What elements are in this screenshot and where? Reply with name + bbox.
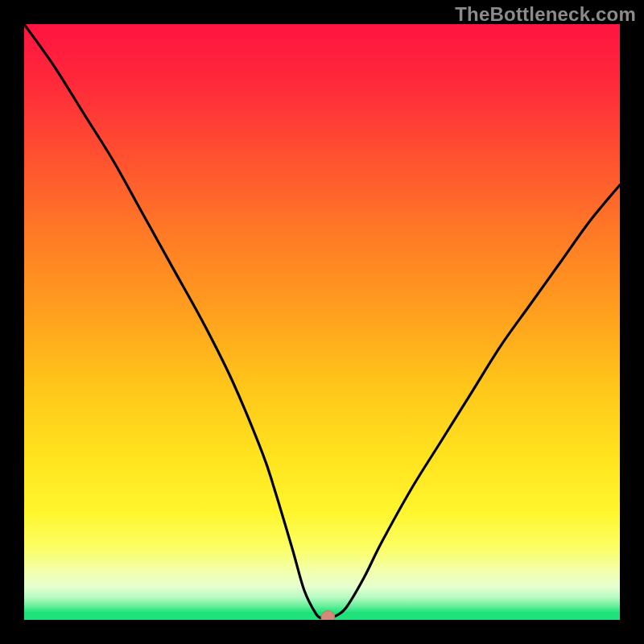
plot-area: [24, 24, 620, 620]
chart-frame: TheBottleneck.com: [0, 0, 644, 644]
watermark-text: TheBottleneck.com: [455, 3, 636, 26]
gradient-background: [24, 24, 620, 620]
chart-svg: [24, 24, 620, 620]
